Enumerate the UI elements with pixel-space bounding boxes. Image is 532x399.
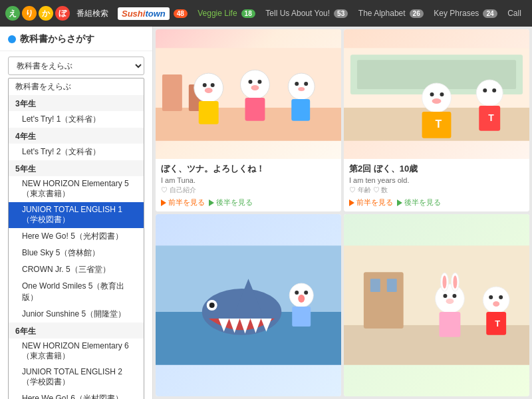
dropdown-item-hwg5[interactable]: Here We Go! 5（光村図書）: [9, 228, 144, 245]
svg-point-16: [304, 82, 308, 86]
svg-point-55: [436, 284, 465, 313]
dropdown-item-jte1[interactable]: JUNIOR TOTAL ENGLISH 1（学校図書）: [9, 202, 144, 228]
nav-alphabet[interactable]: The Alphabet: [358, 9, 406, 18]
card-shark-scene: [156, 245, 341, 365]
card-ten-second-label: 後半を見る: [404, 198, 441, 207]
nav-sep3: [352, 9, 354, 19]
dropdown-section-4nen: 4年生: [9, 128, 144, 144]
sushitown-text2: town: [145, 9, 165, 19]
dropdown-item-ows5[interactable]: One World Smiles 5（教育出版）: [9, 278, 144, 306]
dropdown-item-crown5[interactable]: CROWN Jr. 5（三省堂）: [9, 261, 144, 278]
svg-point-48: [298, 295, 305, 303]
card-ten-info: 第2回 ぼく、10歳 I am ten years old. ♡ 年齢 ♡ 数 …: [344, 159, 529, 211]
card-ten-play-first[interactable]: 前半を見る: [349, 198, 393, 207]
dropdown-item-default[interactable]: 教科書をえらぶ: [9, 78, 144, 95]
svg-point-26: [432, 98, 442, 103]
svg-point-7: [205, 88, 213, 93]
play-icon-2a: [349, 200, 354, 206]
dropdown-item-js5[interactable]: Junior Sunshine 5（開隆堂）: [9, 306, 144, 323]
svg-point-15: [295, 82, 299, 86]
card-shark-image: [156, 214, 341, 396]
nav-sep2: [259, 9, 262, 19]
content-area: ぼく、ツナ。よろしくね！ I am Tuna. ♡ 自己紹介 前半を見る 後半を…: [153, 27, 532, 399]
svg-point-66: [499, 295, 503, 299]
dropdown-item-hwg6[interactable]: Here We Go! 6（光村図書）: [9, 390, 144, 399]
svg-point-61: [452, 294, 456, 298]
svg-point-60: [443, 294, 447, 298]
textbook-select[interactable]: 教科書をえらぶ: [8, 57, 144, 75]
sidebar-header: 教科書からさがす: [0, 27, 152, 51]
svg-point-62: [446, 299, 454, 304]
dropdown-item-nh6[interactable]: NEW HORIZON Elementary 6（東京書籍）: [9, 338, 144, 364]
card-ten-scene: T T: [344, 48, 529, 141]
card-bunny-image: T: [344, 214, 529, 396]
logo-circle-4: ぼ: [55, 6, 70, 21]
svg-point-17: [298, 87, 305, 91]
veggie-count: 18: [241, 9, 255, 18]
card-tuna-actions: 前半を見る 後半を見る: [161, 198, 336, 207]
card-grid: ぼく、ツナ。よろしくね！ I am Tuna. ♡ 自己紹介 前半を見る 後半を…: [153, 27, 532, 399]
svg-rect-63: [439, 312, 460, 337]
dropdown-item-nh5[interactable]: NEW HORIZON Elementary 5（東京書籍）: [9, 176, 144, 202]
dropdown-item-bs5[interactable]: Blue Sky 5（啓林館）: [9, 245, 144, 261]
svg-text:T: T: [488, 112, 494, 122]
svg-point-11: [257, 80, 261, 84]
svg-point-30: [483, 88, 487, 92]
card-bunny-scene: T: [344, 245, 529, 365]
svg-point-5: [203, 83, 207, 87]
nav-keyphrases[interactable]: Key Phrases: [434, 9, 479, 18]
svg-point-31: [492, 88, 496, 92]
nav-veggie-life[interactable]: Veggie Life: [198, 9, 237, 18]
dropdown-section-3nen: 3年生: [9, 95, 144, 111]
card-tuna-scene: [156, 48, 341, 141]
card-tuna-title-en: I am Tuna.: [161, 176, 336, 184]
logo-icons: え り か ぼ: [5, 6, 70, 21]
dropdown-section-5nen: 5年生: [9, 160, 144, 176]
nav-sep5: [501, 9, 504, 19]
svg-text:T: T: [436, 118, 442, 129]
nav-tell-us[interactable]: Tell Us About You!: [265, 9, 330, 18]
card-tuna-info: ぼく、ツナ。よろしくね！ I am Tuna. ♡ 自己紹介 前半を見る 後半を…: [156, 159, 341, 211]
card-tuna-title-jp: ぼく、ツナ。よろしくね！: [161, 163, 336, 175]
svg-rect-49: [292, 307, 311, 327]
dropdown-section-6nen: 6年生: [9, 323, 144, 338]
svg-point-67: [493, 301, 499, 307]
svg-rect-13: [245, 97, 265, 120]
keyphrases-count: 24: [483, 9, 497, 18]
tellus-count: 53: [334, 9, 348, 18]
logo-circle-3: か: [39, 6, 53, 21]
logo-circle-2: り: [22, 6, 37, 21]
card-tuna-first-label: 前半を見る: [168, 198, 205, 207]
dropdown-item-jte2[interactable]: JUNIOR TOTAL ENGLISH 2（学校図書）: [9, 364, 144, 390]
dropdown-item-lets-try-2[interactable]: Let's Try! 2（文科省）: [9, 144, 144, 160]
svg-rect-18: [291, 98, 310, 120]
svg-point-9: [241, 70, 270, 99]
svg-point-12: [251, 85, 259, 90]
svg-point-29: [476, 80, 503, 106]
logo-circle-1: え: [5, 6, 20, 21]
svg-point-23: [422, 83, 452, 112]
sushitown-logo[interactable]: Sushitown: [118, 7, 170, 20]
card-tuna-play-first[interactable]: 前半を見る: [161, 198, 205, 207]
svg-rect-54: [387, 279, 397, 292]
svg-rect-2: [162, 74, 182, 111]
card-ten-meta: ♡ 年齢 ♡ 数: [349, 186, 524, 195]
dropdown-item-lets-try-1[interactable]: Let's Try! 1（文科省）: [9, 111, 144, 128]
card-ten-play-second[interactable]: 後半を見る: [397, 198, 441, 207]
sidebar: 教科書からさがす 教科書をえらぶ 教科書をえらぶ 3年生 Let's Try! …: [0, 27, 153, 399]
svg-point-65: [489, 295, 493, 299]
select-box-container[interactable]: 教科書をえらぶ: [0, 57, 152, 75]
svg-point-64: [483, 287, 509, 313]
svg-point-6: [211, 83, 215, 87]
svg-rect-8: [199, 100, 219, 124]
card-ten-title-jp: 第2回 ぼく、10歳: [349, 163, 524, 175]
svg-point-44: [209, 303, 215, 308]
card-tuna-meta: ♡ 自己紹介: [161, 186, 336, 195]
card-ten-actions: 前半を見る 後半を見る: [349, 198, 524, 207]
nav-call[interactable]: Call: [507, 9, 521, 18]
nav-sep1: [192, 9, 194, 18]
play-icon-1b: [209, 200, 214, 206]
card-tuna-play-second[interactable]: 後半を見る: [209, 198, 253, 207]
svg-point-25: [440, 92, 444, 96]
card-ten-years-image: T T: [344, 29, 529, 159]
